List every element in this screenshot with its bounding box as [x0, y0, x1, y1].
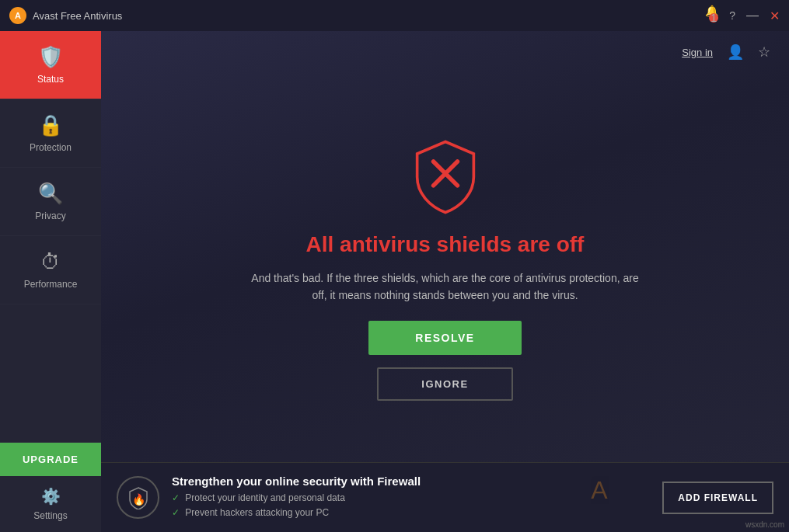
sidebar-item-privacy[interactable]: 🔍 Privacy: [0, 168, 101, 236]
account-icon[interactable]: 👤: [727, 43, 744, 61]
upgrade-button[interactable]: UPGRADE: [0, 443, 101, 476]
top-bar: Sign in 👤 ☆: [101, 31, 789, 73]
sidebar-label-protection: Protection: [30, 142, 72, 153]
avast-logo-text: A: [15, 11, 21, 20]
settings-icon: ⚙️: [41, 487, 61, 506]
speedometer-icon: ⏱: [40, 250, 61, 274]
title-bar-left: A Avast Free Antivirus: [9, 7, 122, 24]
add-firewall-button[interactable]: ADD FIREWALL: [662, 482, 773, 514]
sidebar-label-status: Status: [37, 74, 64, 85]
banner-check-1: Protect your identity and personal data: [185, 492, 344, 503]
notification-badge: 1: [709, 13, 718, 23]
lock-icon: 🔒: [38, 113, 63, 137]
title-bar: A Avast Free Antivirus 🔔 1 ? — ✕: [0, 0, 789, 31]
notification-icon[interactable]: 🔔 1: [705, 5, 718, 26]
app-body: 🛡️ Status 🔒 Protection 🔍 Privacy ⏱ Perfo…: [0, 31, 789, 532]
banner-right: A ADD FIREWALL: [591, 476, 773, 519]
shield-x-icon: 🛡️: [38, 45, 63, 69]
check-icon-1: ✓: [172, 492, 180, 503]
fingerprint-icon: 🔍: [38, 182, 63, 206]
help-icon[interactable]: ?: [729, 9, 735, 22]
flame-shield-icon: 🔥: [127, 486, 150, 509]
window-controls: 🔔 1 ? — ✕: [705, 5, 780, 26]
sidebar-item-performance[interactable]: ⏱ Performance: [0, 236, 101, 304]
status-content: All antivirus shields are off And that's…: [101, 73, 789, 462]
main-content: Sign in 👤 ☆ All antivirus shields are of…: [101, 31, 789, 532]
sign-in-link[interactable]: Sign in: [682, 47, 713, 58]
app-title: Avast Free Antivirus: [33, 10, 122, 22]
banner-title: Strengthen your online security with Fir…: [172, 475, 578, 488]
check-icon-2: ✓: [172, 507, 180, 518]
banner-subtitle: ✓ Protect your identity and personal dat…: [172, 491, 578, 520]
avast-logo: A: [9, 7, 26, 24]
sidebar-item-status[interactable]: 🛡️ Status: [0, 31, 101, 99]
resolve-button[interactable]: RESOLVE: [368, 321, 521, 355]
status-title: All antivirus shields are off: [306, 232, 585, 257]
banner-text: Strengthen your online security with Fir…: [172, 475, 578, 520]
ignore-button[interactable]: IGNORE: [377, 367, 512, 401]
bottom-banner: 🔥 Strengthen your online security with F…: [101, 462, 789, 532]
avast-watermark: A: [591, 476, 653, 519]
status-description: And that's bad. If the three shields, wh…: [251, 269, 640, 304]
shield-icon: [407, 138, 484, 216]
shield-wrapper: [403, 134, 488, 220]
firewall-icon: 🔥: [117, 476, 159, 519]
svg-text:🔥: 🔥: [131, 493, 145, 506]
avast-logo-watermark: A: [591, 476, 607, 504]
minimize-button[interactable]: —: [746, 9, 759, 23]
favorite-icon[interactable]: ☆: [758, 43, 770, 61]
sidebar: 🛡️ Status 🔒 Protection 🔍 Privacy ⏱ Perfo…: [0, 31, 101, 532]
banner-check-2: Prevent hackers attacking your PC: [185, 507, 329, 518]
watermark: wsxdn.com: [745, 520, 784, 529]
sidebar-label-performance: Performance: [24, 279, 78, 290]
sidebar-label-settings: Settings: [33, 510, 67, 521]
sidebar-item-settings[interactable]: ⚙️ Settings: [0, 476, 101, 532]
sidebar-label-privacy: Privacy: [35, 210, 65, 221]
close-button[interactable]: ✕: [770, 9, 780, 23]
sidebar-item-protection[interactable]: 🔒 Protection: [0, 99, 101, 168]
sidebar-bottom: UPGRADE ⚙️ Settings: [0, 442, 101, 532]
